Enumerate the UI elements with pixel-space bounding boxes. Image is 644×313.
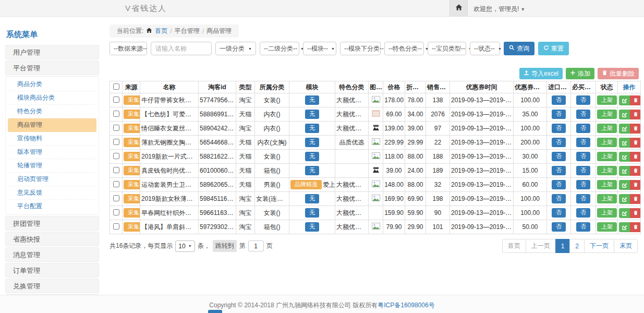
- must-buy-toggle[interactable]: 否: [576, 166, 590, 175]
- per-page-select[interactable]: 10 ▼: [175, 240, 195, 252]
- batch-delete-button[interactable]: 批量删除: [598, 68, 639, 79]
- query-button[interactable]: 查询: [504, 42, 534, 55]
- must-buy-toggle[interactable]: 否: [576, 124, 590, 133]
- page-number-input[interactable]: [248, 240, 264, 251]
- sidebar-item[interactable]: 模块商品分类: [8, 91, 96, 105]
- edit-button[interactable]: [619, 166, 630, 176]
- filter-select[interactable]: --数据来源--▼: [110, 42, 147, 55]
- status-button[interactable]: 上架: [597, 152, 617, 161]
- must-buy-toggle[interactable]: 否: [576, 222, 590, 232]
- filter-select[interactable]: --模块--▼: [303, 42, 336, 55]
- status-button[interactable]: 上架: [597, 138, 617, 147]
- icp-link[interactable]: 粤ICP备16098006号: [378, 302, 434, 309]
- must-buy-toggle[interactable]: 否: [576, 95, 590, 105]
- module-badge[interactable]: 无: [305, 95, 319, 105]
- delete-button[interactable]: [630, 110, 641, 119]
- status-button[interactable]: 上架: [597, 95, 617, 105]
- import-excel-button[interactable]: 导入excel: [519, 68, 563, 79]
- delete-button[interactable]: [630, 194, 641, 204]
- sidebar-section[interactable]: 用户管理: [5, 45, 99, 59]
- status-button[interactable]: 上架: [597, 222, 617, 232]
- status-button[interactable]: 上架: [597, 124, 617, 133]
- row-checkbox[interactable]: [113, 125, 119, 131]
- import-select-toggle[interactable]: 否: [552, 138, 566, 147]
- import-select-toggle[interactable]: 否: [552, 110, 566, 119]
- import-select-toggle[interactable]: 否: [552, 180, 566, 189]
- filter-select[interactable]: --特色分类--▼: [384, 42, 424, 55]
- sidebar-section[interactable]: 订单管理: [5, 263, 99, 278]
- module-badge[interactable]: 品牌精选: [290, 180, 322, 189]
- sidebar-item[interactable]: 启动页管理: [8, 173, 96, 186]
- module-badge[interactable]: 无: [305, 110, 319, 119]
- must-buy-toggle[interactable]: 否: [576, 208, 590, 218]
- status-button[interactable]: 上架: [597, 180, 617, 189]
- sidebar-item[interactable]: 宣传物料: [8, 132, 96, 146]
- import-select-toggle[interactable]: 否: [552, 95, 566, 105]
- import-select-toggle[interactable]: 否: [552, 208, 566, 218]
- sidebar-item[interactable]: 平台配置: [8, 200, 96, 213]
- edit-button[interactable]: [619, 222, 630, 232]
- sidebar-item[interactable]: 版本管理: [8, 146, 96, 159]
- edit-button[interactable]: [619, 208, 630, 218]
- module-badge[interactable]: 无: [305, 152, 319, 161]
- filter-select[interactable]: --状态--▼: [470, 42, 500, 55]
- sidebar-section[interactable]: 兑换管理: [5, 279, 99, 293]
- edit-button[interactable]: [619, 152, 630, 162]
- edit-button[interactable]: [619, 180, 630, 190]
- sidebar-item[interactable]: 特色分类: [8, 105, 96, 118]
- pager-button[interactable]: 末页: [614, 239, 638, 253]
- module-badge[interactable]: 无: [305, 194, 319, 203]
- module-badge[interactable]: 无: [305, 222, 319, 232]
- filter-name-input[interactable]: [151, 42, 212, 55]
- sidebar-section[interactable]: 省惠快报: [5, 232, 99, 246]
- delete-button[interactable]: [630, 180, 641, 190]
- add-button[interactable]: 添加: [566, 68, 594, 79]
- must-buy-toggle[interactable]: 否: [576, 180, 590, 189]
- module-badge[interactable]: 无: [305, 138, 319, 147]
- row-checkbox[interactable]: [113, 153, 119, 159]
- row-checkbox[interactable]: [113, 97, 119, 103]
- select-all-checkbox[interactable]: [113, 83, 119, 90]
- home-button[interactable]: [449, 0, 468, 16]
- delete-button[interactable]: [630, 166, 641, 176]
- edit-button[interactable]: [619, 138, 630, 148]
- delete-button[interactable]: [630, 95, 641, 105]
- status-button[interactable]: 上架: [597, 194, 617, 203]
- edit-button[interactable]: [619, 95, 630, 105]
- filter-select[interactable]: --宝贝类型--▼: [428, 42, 466, 55]
- must-buy-toggle[interactable]: 否: [576, 152, 590, 161]
- status-button[interactable]: 上架: [597, 208, 617, 218]
- row-checkbox[interactable]: [113, 195, 119, 201]
- must-buy-toggle[interactable]: 否: [576, 110, 590, 119]
- must-buy-toggle[interactable]: 否: [576, 138, 590, 147]
- sidebar-item[interactable]: 商品分类: [8, 78, 96, 91]
- import-select-toggle[interactable]: 否: [552, 124, 566, 133]
- row-checkbox[interactable]: [113, 181, 119, 187]
- filter-select[interactable]: 一级分类▼: [215, 42, 256, 55]
- edit-button[interactable]: [619, 110, 630, 119]
- pager-button[interactable]: 2: [569, 239, 585, 253]
- reset-button[interactable]: 重置: [538, 42, 569, 55]
- import-select-toggle[interactable]: 否: [552, 222, 566, 232]
- sidebar-section[interactable]: 平台管理: [5, 61, 99, 75]
- delete-button[interactable]: [630, 152, 641, 162]
- status-button[interactable]: 上架: [597, 166, 617, 175]
- delete-button[interactable]: [630, 208, 641, 218]
- module-badge[interactable]: 无: [305, 166, 319, 175]
- edit-button[interactable]: [619, 194, 630, 204]
- delete-button[interactable]: [630, 222, 641, 232]
- module-badge[interactable]: 无: [305, 124, 319, 133]
- status-button[interactable]: 上架: [597, 110, 617, 119]
- module-badge[interactable]: 无: [305, 208, 319, 218]
- filter-select[interactable]: --模块下分类--▼: [340, 42, 381, 55]
- pager-button[interactable]: 首页: [502, 239, 526, 253]
- sidebar-item[interactable]: 意见反馈: [8, 186, 96, 200]
- import-select-toggle[interactable]: 否: [552, 166, 566, 175]
- row-checkbox[interactable]: [113, 167, 119, 173]
- pager-button[interactable]: 1: [555, 239, 570, 253]
- breadcrumb-home-link[interactable]: 首页: [155, 27, 167, 35]
- delete-button[interactable]: [630, 138, 641, 148]
- sidebar-item[interactable]: 轮播管理: [8, 159, 96, 173]
- pager-button[interactable]: 上一页: [526, 239, 556, 253]
- sidebar-section[interactable]: 消息管理: [5, 247, 99, 262]
